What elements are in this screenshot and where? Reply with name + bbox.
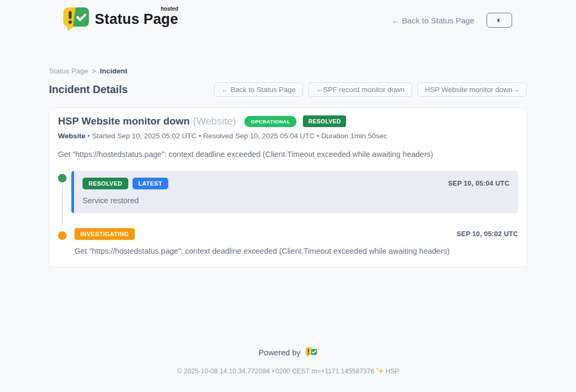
incident-timeline: RESOLVED LATEST SEP 10, 05:04 UTC Servic… (58, 171, 518, 255)
breadcrumb-current: Incident (100, 67, 127, 75)
copyright-brand: HSP (385, 368, 399, 375)
timeline-timestamp: SEP 10, 05:04 UTC (448, 180, 509, 187)
half-circle-contrast-icon: ◐ (497, 15, 502, 24)
timeline-message: Service restored (83, 196, 509, 205)
powered-by-label: Powered by (258, 348, 300, 357)
timeline-message: Get "https://hostedstatus.page": context… (75, 247, 518, 255)
green-status-dot (58, 174, 67, 182)
timeline-entry-header: INVESTIGATING SEP 10, 05:02 UTC (75, 228, 518, 240)
header-actions: ← Back to Status Page ◐ (392, 13, 512, 28)
timeline-badges: INVESTIGATING (75, 228, 135, 240)
timeline-entry-header: RESOLVED LATEST SEP 10, 05:04 UTC (83, 178, 509, 189)
back-to-status-page-link[interactable]: ← Back to Status Page (392, 16, 474, 25)
timeline-entry-plain: INVESTIGATING SEP 10, 05:02 UTC Get "htt… (71, 228, 518, 255)
timeline-entry-resolved: RESOLVED LATEST SEP 10, 05:04 UTC Servic… (58, 171, 518, 213)
statuspage-mini-logo-icon (306, 347, 318, 358)
timeline-badges: RESOLVED LATEST (83, 178, 168, 189)
incident-nav-buttons: ← Back to Status Page ←SPF record monito… (214, 82, 527, 97)
brand-wordmark: Status Page hosted (95, 7, 178, 28)
timeline-entry-investigating: INVESTIGATING SEP 10, 05:02 UTC Get "htt… (58, 228, 518, 255)
resolved-status-badge: RESOLVED (83, 178, 128, 189)
incident-title-row: HSP Website monitor down (Website) OPERA… (58, 115, 518, 127)
incident-description: Get "https://hostedstatus.page": context… (58, 150, 518, 159)
statuspage-logo-icon (63, 7, 89, 34)
breadcrumb-separator: > (92, 67, 96, 75)
statuspage-logo: Status Page hosted (63, 7, 178, 34)
incident-title: HSP Website monitor down (58, 115, 190, 127)
meta-component-name: Website (58, 132, 86, 140)
timeline-entry-highlighted-box: RESOLVED LATEST SEP 10, 05:04 UTC Servic… (71, 171, 518, 213)
header: Status Page hosted ← Back to Status Page… (0, 0, 576, 33)
operational-badge: OPERATIONAL (244, 116, 297, 127)
theme-toggle-button[interactable]: ◐ (487, 13, 512, 28)
meta-details: • Started Sep 10, 2025 05:02 UTC • Resol… (86, 132, 388, 140)
timeline-rail (58, 228, 71, 255)
footer: Powered by © 2025-10-08 14:10:34.772084 … (0, 347, 576, 376)
resolved-badge: RESOLVED (303, 115, 346, 127)
title-row: Incident Details ← Back to Status Page ←… (49, 82, 527, 97)
timeline-timestamp: SEP 10, 05:02 UTC (457, 230, 518, 238)
orange-status-dot (58, 231, 67, 240)
incident-meta: Website • Started Sep 10, 2025 05:02 UTC… (58, 132, 518, 140)
copyright-line: © 2025-10-08 14:10:34.772084 +0200 CEST … (0, 367, 576, 376)
powered-by: Powered by (0, 347, 576, 358)
brand-name: Status Page (95, 11, 178, 27)
back-to-status-page-button[interactable]: ← Back to Status Page (214, 82, 303, 97)
incident-card: HSP Website monitor down (Website) OPERA… (49, 107, 527, 268)
investigating-status-badge: INVESTIGATING (75, 228, 135, 240)
prev-incident-button[interactable]: ←SPF record monitor down (308, 82, 412, 97)
incident-component: (Website) (193, 115, 236, 127)
breadcrumb-root[interactable]: Status Page (49, 67, 88, 75)
sparkles-icon (376, 369, 384, 376)
page-title: Incident Details (49, 84, 128, 96)
latest-badge: LATEST (133, 178, 168, 189)
next-incident-button[interactable]: HSP Website monitor down→ (417, 82, 527, 97)
main-content: Status Page>Incident Incident Details ← … (49, 67, 527, 268)
breadcrumb: Status Page>Incident (49, 67, 527, 75)
timeline-rail (58, 171, 71, 213)
brand-superscript: hosted (161, 6, 178, 12)
copyright-text: © 2025-10-08 14:10:34.772084 +0200 CEST … (177, 368, 374, 375)
